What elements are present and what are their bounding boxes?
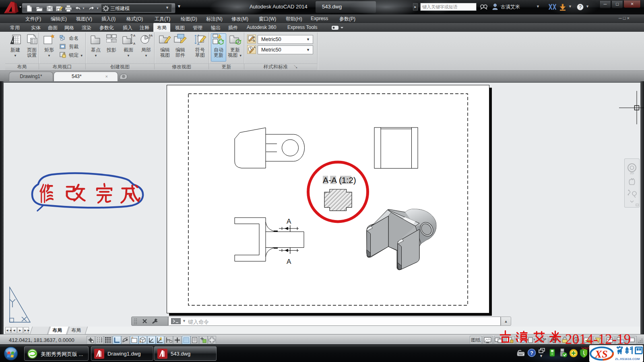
svg-text:?: ? <box>579 4 582 10</box>
svg-text:A: A <box>254 46 256 49</box>
svg-text:A-A (1:2): A-A (1:2) <box>323 175 356 185</box>
svg-text:A: A <box>151 34 153 37</box>
svg-text:A: A <box>253 36 255 39</box>
svg-text:2014-12-19: 2014-12-19 <box>565 331 631 347</box>
svg-text:A: A <box>133 42 135 45</box>
svg-text:A: A <box>197 42 200 45</box>
svg-text:A: A <box>287 258 291 265</box>
svg-text:A: A <box>253 39 255 42</box>
svg-text:2D: 2D <box>630 171 634 175</box>
svg-text:ZL.XS1616.COM: ZL.XS1616.COM <box>615 357 640 361</box>
svg-text:?: ? <box>530 350 533 356</box>
svg-text:A: A <box>133 34 135 37</box>
svg-text:XS: XS <box>594 348 608 360</box>
svg-text:A: A <box>287 218 291 225</box>
